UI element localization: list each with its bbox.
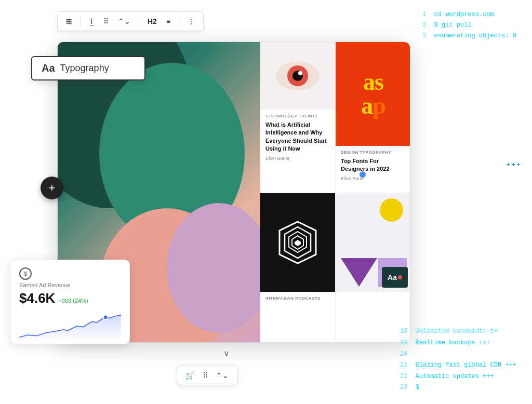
dollar-icon: $	[19, 267, 32, 280]
svg-point-9	[103, 315, 108, 320]
text-align-icon[interactable]: T̲	[86, 15, 97, 28]
article-eye[interactable]: TECHNOLOGY TRENDS What is Artificial Int…	[260, 42, 336, 193]
article-aa[interactable]: Aa	[336, 193, 410, 343]
article-bottom-row: INTERVIEWS PODCASTS Aa	[260, 193, 410, 343]
asap-article-tags: DESIGN TYPOGRAPHY	[341, 150, 406, 155]
eye-image	[260, 42, 335, 110]
bottom-block-toolbar: 🛒 ⠿ ⌃⌄	[177, 366, 237, 385]
eye-article-tags: TECHNOLOGY TRENDS	[265, 114, 330, 118]
typography-card: Aa Typography	[31, 56, 145, 80]
yellow-circle	[380, 198, 403, 222]
block-toolbar: ⊞ T̲ ⠿ ⌃⌄ H2 ≡ ⋮	[57, 11, 204, 31]
more-options-icon[interactable]: ⋮	[184, 15, 198, 28]
terminal-line-18: 18 Unlimited bandwidth t+	[400, 326, 516, 338]
eye-svg	[274, 58, 321, 94]
terminal-line-22: 22 Automatic updates +++	[400, 371, 516, 383]
blue-dot	[360, 171, 366, 178]
hex-image	[260, 193, 335, 292]
add-block-button[interactable]: +	[41, 177, 63, 199]
asap-bottom: ap	[361, 94, 385, 118]
terminal-line-19: 19 Realtime backups +++	[400, 338, 516, 349]
eye-article-content: TECHNOLOGY TRENDS What is Artificial Int…	[260, 110, 335, 193]
typography-label: Typography	[60, 63, 109, 74]
typography-aa: Aa	[42, 62, 55, 74]
aa-badge: Aa	[382, 267, 408, 288]
terminal-line-2: 2 $ git pull	[422, 20, 516, 30]
svg-point-3	[298, 71, 302, 75]
terminal-bottom: 18 Unlimited bandwidth t+ 19 Realtime ba…	[400, 326, 516, 394]
hex-svg	[277, 219, 318, 266]
asap-top: as	[361, 70, 385, 94]
revenue-chart	[19, 311, 121, 342]
revenue-amount: $4.6K	[19, 290, 55, 306]
terminal-top: 1 cd wordpress.com 2 $ git pull 3 enumer…	[422, 9, 516, 41]
divider-1	[81, 16, 81, 26]
terminal-line-20: 20	[400, 349, 516, 360]
terminal-line-1: 1 cd wordpress.com	[422, 9, 516, 20]
terminal-line-21: 21 Blazing fast global CDN +++	[400, 360, 516, 371]
article-hex[interactable]: INTERVIEWS PODCASTS	[260, 193, 336, 343]
aa-dot	[398, 275, 402, 279]
revenue-label: Earned Ad Revenue	[19, 282, 121, 288]
eye-article-title: What is Artificial Intelligence and Why …	[265, 121, 330, 153]
divider-3	[179, 16, 179, 26]
hex-article-content: INTERVIEWS PODCASTS	[260, 292, 335, 343]
asap-article-content: DESIGN TYPOGRAPHY Top Fonts For Designer…	[336, 146, 410, 193]
article-asap[interactable]: as ap DESIGN TYPOGRAPHY Top Fonts For De…	[336, 42, 410, 193]
svg-marker-8	[295, 240, 301, 246]
bottom-updown-icon[interactable]: ⌃⌄	[214, 370, 231, 381]
purple-triangle	[341, 258, 377, 287]
divider-2	[139, 16, 139, 26]
asap-image: as ap	[336, 42, 410, 146]
articles-grid: TECHNOLOGY TRENDS What is Artificial Int…	[260, 42, 410, 343]
scroll-arrow: ∨	[223, 348, 230, 358]
article-top-row: TECHNOLOGY TRENDS What is Artificial Int…	[260, 42, 410, 193]
aa-image: Aa	[336, 193, 410, 292]
eye-article-author: Ellen Bauer	[265, 156, 330, 161]
cart-icon[interactable]: 🛒	[183, 370, 196, 381]
terminal-line-23: 23 $	[400, 382, 516, 394]
up-down-icon[interactable]: ⌃⌄	[115, 15, 134, 28]
asap-article-author: Ellen Bauer	[341, 176, 406, 181]
terminal-line-3: 3 enumerating objects: 0	[422, 31, 516, 41]
list-icon[interactable]: ≡	[163, 15, 174, 28]
heading-button[interactable]: H2	[144, 15, 160, 28]
revenue-card: $ Earned Ad Revenue $4.6K +903 (24%)	[10, 260, 130, 344]
bottom-drag-icon[interactable]: ⠿	[201, 370, 210, 381]
drag-icon[interactable]: ⠿	[100, 15, 112, 28]
layout-icon[interactable]: ⊞	[63, 15, 75, 28]
aa-article-content	[336, 292, 410, 343]
revenue-change: +903 (24%)	[58, 298, 88, 304]
plus-dots: +++	[507, 161, 522, 169]
asap-article-title: Top Fonts For Designers in 2022	[341, 157, 406, 173]
hex-article-tags: INTERVIEWS PODCASTS	[265, 296, 330, 301]
